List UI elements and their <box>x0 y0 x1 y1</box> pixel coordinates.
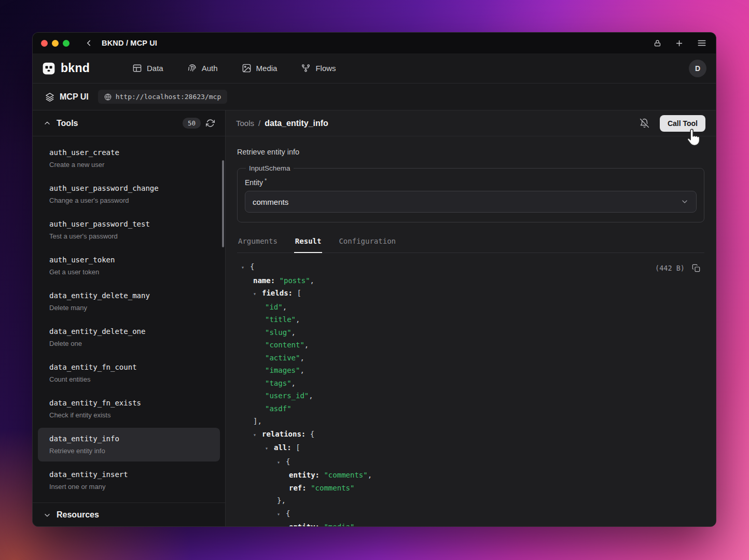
tool-description: Change a user's password <box>49 197 209 204</box>
json-token-key: name: <box>253 276 280 285</box>
tool-description: Get a user token <box>49 268 209 276</box>
tools-count-badge: 50 <box>183 118 201 129</box>
json-token-str: "active" <box>265 354 300 362</box>
tool-name: data_entity_insert <box>49 470 209 479</box>
json-collapse-caret[interactable]: ▾ <box>265 442 274 455</box>
json-line: "content", <box>237 339 704 352</box>
fingerprint-icon <box>187 63 197 73</box>
json-line: ▾{ <box>237 507 704 521</box>
titlebar-actions <box>653 37 708 49</box>
nav-label: Data <box>147 64 163 73</box>
json-line: "users_id", <box>237 389 704 402</box>
tool-list-item[interactable]: data_entity_insert Insert one or many <box>38 464 220 497</box>
tab-arguments[interactable]: Arguments <box>237 235 279 253</box>
resources-section-header[interactable]: Resources <box>33 502 225 526</box>
tool-list-item[interactable]: auth_user_password_test Test a user's pa… <box>38 213 220 247</box>
json-token-punct: { <box>286 509 290 517</box>
json-collapse-caret[interactable]: ▾ <box>253 429 262 442</box>
json-token-punct: , <box>304 341 309 349</box>
json-line: ▾relations: { <box>237 428 704 442</box>
json-line: ▾fields: [ <box>237 287 704 301</box>
zoom-window-button[interactable] <box>63 40 70 47</box>
json-token-punct: ], <box>253 417 262 425</box>
tool-list-item[interactable]: data_entity_info Retrieve entity info <box>38 428 220 461</box>
call-tool-button[interactable]: Call Tool <box>660 115 705 132</box>
json-token-punct: [ <box>296 443 300 452</box>
tab-result[interactable]: Result <box>294 235 323 253</box>
json-token-punct: , <box>309 391 313 400</box>
json-token-str: "media" <box>324 523 354 526</box>
nav-items: Data Auth Media <box>132 63 336 73</box>
nav-label: Media <box>256 64 278 73</box>
nav-item-flows[interactable]: Flows <box>301 63 336 73</box>
json-line: "title", <box>237 313 704 326</box>
nav-label: Flows <box>315 64 336 73</box>
json-line: "id", <box>237 301 704 314</box>
tool-description: Test a user's password <box>49 232 209 240</box>
result-size: (442 B) <box>655 262 685 275</box>
json-token-str: "posts" <box>280 276 310 285</box>
tool-list-item[interactable]: auth_user_create Create a new user <box>38 142 220 175</box>
notifications-off-icon[interactable] <box>639 117 650 129</box>
result-json-view: (442 B) ▾{name: "posts",▾fields: ["id","… <box>237 253 704 526</box>
refresh-icon[interactable] <box>206 119 215 128</box>
endpoint-url: http://localhost:28623/mcp <box>116 93 221 101</box>
menu-icon[interactable] <box>696 37 708 49</box>
json-token-punct: }, <box>277 496 286 505</box>
tool-list-item[interactable]: data_entity_delete_one Delete one <box>38 320 220 354</box>
nav-label: Auth <box>202 64 218 73</box>
json-token-str: "tags" <box>265 379 292 387</box>
back-button[interactable] <box>83 37 94 49</box>
entity-label-text: Entity <box>245 178 263 187</box>
json-collapse-caret[interactable]: ▾ <box>241 261 250 274</box>
tool-list-item[interactable]: auth_user_token Get a user token <box>38 249 220 283</box>
json-line: }, <box>237 494 704 507</box>
entity-select[interactable]: comments <box>245 191 697 213</box>
tool-description: Create a new user <box>49 161 209 169</box>
breadcrumb-root[interactable]: Tools <box>236 119 254 128</box>
lock-icon[interactable] <box>653 38 662 48</box>
tab-configuration[interactable]: Configuration <box>338 235 397 253</box>
result-meta: (442 B) <box>655 262 701 275</box>
app-window: BKND / MCP UI bknd <box>32 32 716 527</box>
tool-list-item[interactable]: data_entity_fn_count Count entities <box>38 356 220 390</box>
tools-sidebar: Tools 50 auth_user_create Create a new u… <box>33 110 226 526</box>
new-tab-plus-icon[interactable] <box>674 38 685 49</box>
json-collapse-caret[interactable]: ▾ <box>253 288 262 301</box>
tool-description: Count entities <box>49 375 209 383</box>
nav-item-data[interactable]: Data <box>132 63 163 73</box>
main-header: Tools / data_entity_info Call Tool <box>226 110 716 136</box>
json-token-punct: { <box>286 457 290 466</box>
json-token-str: "images" <box>265 366 300 374</box>
close-window-button[interactable] <box>41 40 48 47</box>
json-line: ▾all: [ <box>237 441 704 455</box>
json-token-punct: , <box>296 315 300 324</box>
bknd-logo-icon <box>42 62 56 75</box>
tool-list-item[interactable]: data_entity_fn_exists Check if entity ex… <box>38 392 220 426</box>
json-line: ref: "comments" <box>237 482 704 495</box>
tool-list-item[interactable]: data_entity_delete_many Delete many <box>38 285 220 318</box>
json-collapse-caret[interactable]: ▾ <box>277 456 286 469</box>
json-token-punct: , <box>368 471 372 479</box>
json-token-punct: , <box>292 379 296 387</box>
sidebar-scrollbar-thumb[interactable] <box>222 160 224 247</box>
json-token-key: entity: <box>289 523 324 526</box>
nav-item-auth[interactable]: Auth <box>187 63 218 73</box>
tool-list: auth_user_create Create a new user auth_… <box>33 136 225 502</box>
tool-list-item[interactable]: auth_user_password_change Change a user'… <box>38 177 220 211</box>
json-token-key: entity: <box>289 471 324 479</box>
copy-icon[interactable] <box>691 263 701 273</box>
json-token-str: "slug" <box>265 328 292 337</box>
nav-item-media[interactable]: Media <box>242 63 278 73</box>
user-avatar[interactable]: D <box>689 60 706 77</box>
json-collapse-caret[interactable]: ▾ <box>277 508 286 521</box>
tool-description: Delete one <box>49 340 209 347</box>
minimize-window-button[interactable] <box>52 40 59 47</box>
json-line: entity: "comments", <box>237 469 704 482</box>
brand[interactable]: bknd <box>42 61 124 75</box>
json-token-punct: , <box>354 523 358 526</box>
chevron-up-icon[interactable] <box>43 119 51 128</box>
tool-name: auth_user_password_change <box>49 184 209 193</box>
globe-icon <box>104 93 112 101</box>
json-token-key: all: <box>274 443 296 452</box>
